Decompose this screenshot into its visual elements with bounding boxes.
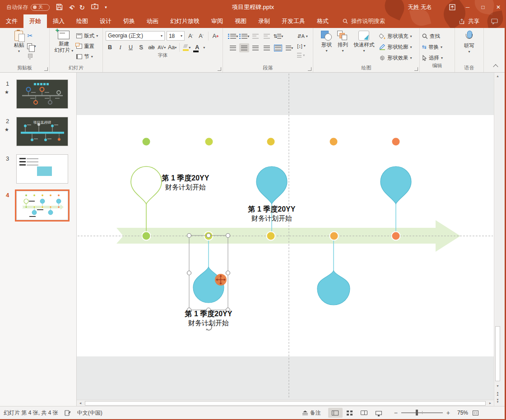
paste-button[interactable]: 粘贴 ▾ — [12, 29, 26, 65]
columns-button[interactable]: ▾ — [284, 43, 294, 52]
grow-font-button[interactable]: Aˆ — [186, 32, 195, 41]
start-slideshow-icon[interactable] — [91, 4, 98, 11]
accessibility-checker-icon[interactable] — [65, 410, 71, 416]
slide-1-thumbnail[interactable] — [16, 79, 68, 109]
user-name[interactable]: 无姓 无名 — [408, 4, 432, 11]
scroll-up-icon[interactable]: ▴ — [494, 74, 501, 78]
next-slide-button[interactable]: ▾▾ — [494, 398, 501, 403]
increase-indent-button[interactable] — [262, 32, 272, 41]
slide-4-row[interactable]: 4 — [0, 191, 76, 224]
dictate-button[interactable]: 听写 ▾ — [462, 29, 476, 65]
slide-2-thumbnail[interactable]: 项目里程碑 — [16, 117, 68, 146]
shape-outline-button[interactable]: 形状轮廓▾ — [378, 42, 413, 51]
justify-button[interactable] — [262, 43, 272, 52]
milestone-text-2[interactable]: 第 1 季度20YY 财务计划开始 — [238, 204, 306, 222]
tab-animations[interactable]: 动画 — [141, 14, 164, 28]
timeline-dot-orangeyellow[interactable] — [330, 232, 339, 240]
font-name-combo[interactable]: Georgia (正文)▾ — [106, 31, 165, 41]
underline-button[interactable]: U — [126, 43, 135, 52]
font-color-button[interactable]: A — [193, 43, 201, 52]
arrange-button[interactable]: 排列▾ — [335, 29, 350, 65]
align-text-button[interactable]: [↕]▾ — [297, 42, 308, 50]
maximize-button[interactable]: □ — [475, 0, 491, 14]
tab-developer[interactable]: 开发工具 — [276, 14, 311, 28]
paragraph-dialog-launcher[interactable] — [308, 67, 311, 71]
tab-view[interactable]: 视图 — [229, 14, 252, 28]
shape-fill-button[interactable]: 形状填充▾ — [378, 32, 413, 41]
reading-view-button[interactable] — [357, 408, 371, 418]
autosave-toggle[interactable]: 自动保存 关 — [6, 4, 50, 11]
normal-view-button[interactable] — [328, 408, 343, 418]
shape-effects-button[interactable]: 形状效果▾ — [378, 53, 413, 62]
slide-counter[interactable]: 幻灯片 第 4 张, 共 4 张 — [4, 409, 58, 417]
top-dot-yellow[interactable] — [267, 138, 275, 146]
zoom-slider-thumb[interactable] — [416, 410, 418, 415]
clipboard-dialog-launcher[interactable] — [44, 67, 48, 71]
top-dot-orange[interactable] — [392, 138, 400, 146]
highlight-color-button[interactable]: ▾ — [182, 43, 191, 52]
drawing-dialog-launcher[interactable] — [414, 67, 418, 71]
vertical-scrollbar[interactable]: ▴ ▾ ▴▴ ▾▾ — [494, 73, 501, 406]
tab-insert[interactable]: 插入 — [47, 14, 70, 28]
undo-icon[interactable]: ↶▾ — [69, 4, 73, 11]
fit-slide-to-window-button[interactable] — [473, 411, 478, 415]
timeline-dot-yellow[interactable] — [267, 232, 275, 240]
top-dot-orangeyellow[interactable] — [330, 138, 338, 146]
notes-toggle[interactable]: 备注 — [302, 409, 321, 417]
tab-record[interactable]: 录制 — [252, 14, 276, 28]
font-color-dropdown-icon[interactable]: ▾ — [203, 46, 205, 50]
zoom-in-button[interactable]: + — [446, 409, 450, 416]
milestone-text-3[interactable]: 第 1 季度20YY 财务计划开始 — [175, 309, 242, 327]
previous-slide-button[interactable]: ▴▴ — [494, 391, 501, 396]
tab-design[interactable]: 设计 — [94, 14, 117, 28]
tell-me-search[interactable]: 操作说明搜索 — [343, 14, 385, 28]
language-indicator[interactable]: 中文(中国) — [77, 409, 102, 417]
copy-button[interactable]: ▾ — [26, 42, 37, 51]
paste-dropdown-icon[interactable]: ▾ — [18, 48, 20, 55]
horizontal-scroll-thumb[interactable] — [85, 401, 486, 406]
autosave-pill[interactable]: 关 — [31, 4, 50, 11]
bold-button[interactable]: B — [106, 43, 114, 52]
align-center-button[interactable] — [239, 43, 249, 52]
zoom-level[interactable]: 75% — [453, 410, 468, 416]
slide-4-thumbnail[interactable] — [16, 191, 68, 220]
tab-file[interactable]: 文件 — [0, 14, 23, 28]
convert-smartart-button[interactable]: ▾ — [297, 51, 308, 59]
slide-3-row[interactable]: 3 — [0, 154, 76, 186]
italic-button[interactable]: I — [116, 43, 125, 52]
redo-icon[interactable]: ↻ — [79, 4, 85, 11]
distribute-button[interactable] — [273, 43, 283, 52]
select-button[interactable]: 选择▾ — [421, 53, 454, 62]
numbering-button[interactable]: ▾ — [239, 32, 249, 41]
shapes-button[interactable]: 形状▾ — [319, 29, 334, 65]
vertical-scroll-thumb[interactable] — [495, 326, 500, 381]
tab-home[interactable]: 开始 — [23, 14, 47, 28]
horizontal-scrollbar[interactable]: ◂ ▸ — [77, 400, 494, 406]
section-button[interactable]: 节▾ — [75, 52, 99, 61]
align-right-button[interactable] — [251, 43, 260, 52]
collapse-ribbon-button[interactable] — [493, 64, 498, 69]
tab-review[interactable]: 审阅 — [205, 14, 229, 28]
line-spacing-button[interactable]: ⇅▾ — [273, 32, 283, 41]
milestone-text-1[interactable]: 第 1 季度20YY 财务计划开始 — [152, 173, 219, 191]
slide-2-row[interactable]: 2 ★ 项目里程碑 — [0, 117, 76, 148]
text-shadow-button[interactable]: S — [137, 43, 145, 52]
timeline-dot-orange[interactable] — [392, 232, 400, 240]
undo-dropdown-icon[interactable]: ▾ — [71, 7, 73, 11]
font-dialog-launcher[interactable] — [218, 67, 221, 71]
tab-transitions[interactable]: 切换 — [117, 14, 141, 28]
tab-slideshow[interactable]: 幻灯片放映 — [164, 14, 205, 28]
font-size-combo[interactable]: 18▾ — [167, 31, 185, 41]
scroll-left-icon[interactable]: ◂ — [77, 401, 84, 405]
change-case-button[interactable]: Aa▾ — [168, 43, 176, 52]
scroll-right-icon[interactable]: ▸ — [487, 401, 494, 405]
customize-qat-icon[interactable]: ▾ — [105, 5, 107, 9]
zoom-slider[interactable] — [401, 412, 443, 413]
find-button[interactable]: 查找 — [421, 32, 454, 41]
shrink-font-button[interactable]: Aˇ — [197, 32, 205, 41]
minimize-button[interactable]: ─ — [460, 0, 475, 14]
close-button[interactable]: ✕ — [491, 0, 506, 14]
replace-button[interactable]: ⇆ 替换▾ — [421, 42, 454, 51]
slide-1-row[interactable]: 1 ★ — [0, 79, 76, 111]
layout-button[interactable]: 版式▾ — [75, 31, 99, 40]
